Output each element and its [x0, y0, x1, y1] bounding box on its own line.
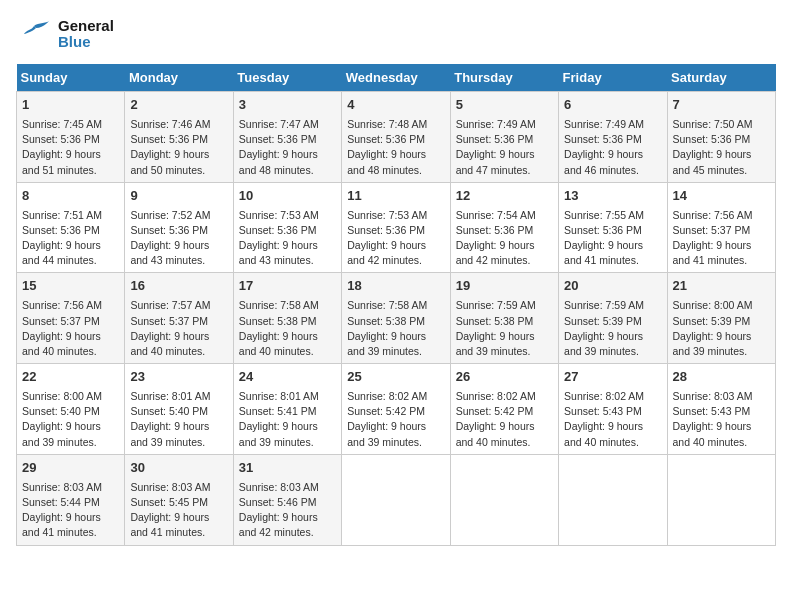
day-number: 30	[130, 459, 227, 478]
day-info: Sunset: 5:36 PM	[22, 223, 119, 238]
day-info: Sunset: 5:36 PM	[456, 223, 553, 238]
calendar-cell: 1Sunrise: 7:45 AMSunset: 5:36 PMDaylight…	[17, 92, 125, 183]
day-info: Daylight: 9 hours	[456, 238, 553, 253]
calendar-cell: 30Sunrise: 8:03 AMSunset: 5:45 PMDayligh…	[125, 454, 233, 545]
calendar-cell: 7Sunrise: 7:50 AMSunset: 5:36 PMDaylight…	[667, 92, 775, 183]
day-info: Sunset: 5:36 PM	[130, 223, 227, 238]
day-info: and 39 minutes.	[564, 344, 661, 359]
calendar-cell: 29Sunrise: 8:03 AMSunset: 5:44 PMDayligh…	[17, 454, 125, 545]
day-info: Daylight: 9 hours	[239, 329, 336, 344]
calendar-cell: 2Sunrise: 7:46 AMSunset: 5:36 PMDaylight…	[125, 92, 233, 183]
calendar-cell	[450, 454, 558, 545]
day-info: and 40 minutes.	[130, 344, 227, 359]
calendar-cell: 10Sunrise: 7:53 AMSunset: 5:36 PMDayligh…	[233, 182, 341, 273]
day-info: and 48 minutes.	[239, 163, 336, 178]
day-info: Sunset: 5:41 PM	[239, 404, 336, 419]
day-info: and 39 minutes.	[347, 435, 444, 450]
calendar-cell: 15Sunrise: 7:56 AMSunset: 5:37 PMDayligh…	[17, 273, 125, 364]
day-info: and 51 minutes.	[22, 163, 119, 178]
day-info: Daylight: 9 hours	[673, 238, 770, 253]
logo-general: General	[58, 18, 114, 35]
calendar-cell: 28Sunrise: 8:03 AMSunset: 5:43 PMDayligh…	[667, 364, 775, 455]
day-number: 17	[239, 277, 336, 296]
day-info: Daylight: 9 hours	[22, 419, 119, 434]
calendar-table: SundayMondayTuesdayWednesdayThursdayFrid…	[16, 64, 776, 546]
day-info: and 40 minutes.	[456, 435, 553, 450]
day-info: and 39 minutes.	[22, 435, 119, 450]
calendar-cell	[559, 454, 667, 545]
weekday-header: Thursday	[450, 64, 558, 92]
day-info: and 42 minutes.	[456, 253, 553, 268]
day-info: Sunset: 5:38 PM	[239, 314, 336, 329]
day-info: Daylight: 9 hours	[239, 510, 336, 525]
calendar-cell	[667, 454, 775, 545]
calendar-cell: 21Sunrise: 8:00 AMSunset: 5:39 PMDayligh…	[667, 273, 775, 364]
day-info: Sunrise: 7:59 AM	[456, 298, 553, 313]
day-info: Sunrise: 7:50 AM	[673, 117, 770, 132]
day-info: Sunrise: 7:52 AM	[130, 208, 227, 223]
day-info: Sunrise: 8:00 AM	[22, 389, 119, 404]
weekday-header: Monday	[125, 64, 233, 92]
day-info: Daylight: 9 hours	[130, 510, 227, 525]
day-info: Sunset: 5:36 PM	[22, 132, 119, 147]
day-info: and 39 minutes.	[239, 435, 336, 450]
day-info: and 39 minutes.	[130, 435, 227, 450]
day-info: Sunrise: 8:01 AM	[239, 389, 336, 404]
logo-bird-icon	[16, 16, 52, 52]
day-info: and 40 minutes.	[564, 435, 661, 450]
day-info: Daylight: 9 hours	[239, 238, 336, 253]
calendar-cell: 5Sunrise: 7:49 AMSunset: 5:36 PMDaylight…	[450, 92, 558, 183]
day-info: and 47 minutes.	[456, 163, 553, 178]
weekday-header: Friday	[559, 64, 667, 92]
day-info: Sunset: 5:45 PM	[130, 495, 227, 510]
day-info: and 39 minutes.	[673, 344, 770, 359]
day-info: and 40 minutes.	[239, 344, 336, 359]
day-info: Sunrise: 7:51 AM	[22, 208, 119, 223]
weekday-header: Wednesday	[342, 64, 450, 92]
day-info: Sunset: 5:37 PM	[673, 223, 770, 238]
day-info: Sunset: 5:43 PM	[673, 404, 770, 419]
day-info: Daylight: 9 hours	[22, 510, 119, 525]
day-number: 18	[347, 277, 444, 296]
day-number: 24	[239, 368, 336, 387]
day-info: Sunrise: 8:03 AM	[239, 480, 336, 495]
day-info: Sunrise: 7:46 AM	[130, 117, 227, 132]
day-info: Daylight: 9 hours	[347, 419, 444, 434]
day-info: and 43 minutes.	[130, 253, 227, 268]
day-info: Sunrise: 7:56 AM	[673, 208, 770, 223]
logo: General Blue	[16, 16, 114, 52]
day-info: Sunset: 5:37 PM	[22, 314, 119, 329]
calendar-cell: 17Sunrise: 7:58 AMSunset: 5:38 PMDayligh…	[233, 273, 341, 364]
calendar-cell: 19Sunrise: 7:59 AMSunset: 5:38 PMDayligh…	[450, 273, 558, 364]
calendar-cell: 20Sunrise: 7:59 AMSunset: 5:39 PMDayligh…	[559, 273, 667, 364]
day-number: 16	[130, 277, 227, 296]
calendar-cell: 11Sunrise: 7:53 AMSunset: 5:36 PMDayligh…	[342, 182, 450, 273]
day-info: and 40 minutes.	[22, 344, 119, 359]
day-info: Daylight: 9 hours	[564, 147, 661, 162]
calendar-cell	[342, 454, 450, 545]
day-info: Daylight: 9 hours	[673, 329, 770, 344]
day-number: 31	[239, 459, 336, 478]
day-number: 21	[673, 277, 770, 296]
day-info: Sunrise: 7:53 AM	[347, 208, 444, 223]
day-number: 1	[22, 96, 119, 115]
weekday-header: Sunday	[17, 64, 125, 92]
weekday-header: Tuesday	[233, 64, 341, 92]
calendar-cell: 3Sunrise: 7:47 AMSunset: 5:36 PMDaylight…	[233, 92, 341, 183]
day-info: and 41 minutes.	[130, 525, 227, 540]
day-number: 19	[456, 277, 553, 296]
calendar-cell: 22Sunrise: 8:00 AMSunset: 5:40 PMDayligh…	[17, 364, 125, 455]
day-info: Sunrise: 8:02 AM	[564, 389, 661, 404]
calendar-cell: 23Sunrise: 8:01 AMSunset: 5:40 PMDayligh…	[125, 364, 233, 455]
day-number: 29	[22, 459, 119, 478]
day-info: Daylight: 9 hours	[130, 147, 227, 162]
day-info: and 42 minutes.	[347, 253, 444, 268]
day-info: Sunset: 5:36 PM	[564, 223, 661, 238]
day-number: 12	[456, 187, 553, 206]
day-info: Daylight: 9 hours	[22, 238, 119, 253]
day-info: Sunrise: 7:56 AM	[22, 298, 119, 313]
day-info: Sunrise: 8:02 AM	[456, 389, 553, 404]
day-info: Sunrise: 7:49 AM	[456, 117, 553, 132]
day-info: Daylight: 9 hours	[564, 238, 661, 253]
day-info: and 40 minutes.	[673, 435, 770, 450]
